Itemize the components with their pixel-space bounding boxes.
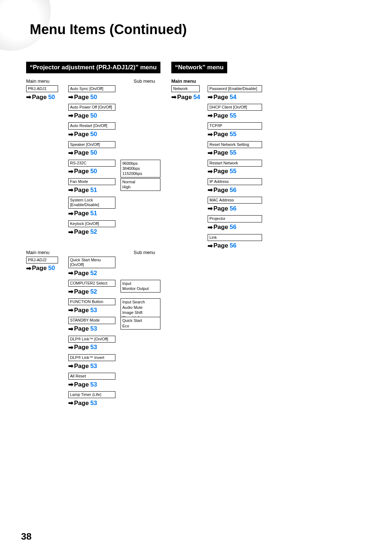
menu-item-row: Quick Start Menu [On/Off]➡Page52: [68, 257, 121, 277]
page-number-link: 50: [90, 112, 97, 119]
page-ref[interactable]: ➡Page50: [68, 93, 121, 101]
page-ref[interactable]: ➡Page53: [68, 344, 121, 351]
page-word: Page: [74, 381, 89, 388]
page-ref[interactable]: ➡Page52: [68, 228, 121, 236]
main-menu-label: Main menu: [171, 78, 213, 84]
page-ref[interactable]: ➡Page55: [208, 131, 266, 138]
menu-item-box: DHCP Client [On/Off]: [208, 104, 262, 111]
page-ref[interactable]: ➡ Page 50: [26, 93, 68, 101]
menu-item-box: Fan Mode: [68, 178, 115, 185]
labels-row-adj2: Main menu Sub menu: [26, 250, 160, 255]
menu-item-box: Auto Sync [On/Off]: [68, 85, 115, 92]
page-ref[interactable]: ➡Page53: [68, 399, 121, 407]
labels-row-adj1: Main menu Sub menu: [26, 78, 160, 84]
page-ref[interactable]: ➡Page52: [68, 288, 121, 295]
page-number-link: 52: [90, 270, 97, 277]
content-area: “Projector adjustment (PRJ-ADJ1/2)” menu…: [26, 62, 367, 410]
menu-item-box: Link: [208, 234, 262, 241]
page-word: Page: [213, 224, 228, 231]
adj2-tree: PRJ-ADJ2 ➡ Page 50 Quick Start Menu [On/…: [26, 257, 160, 410]
page-number-link: 50: [48, 94, 55, 101]
page-ref[interactable]: ➡Page50: [68, 112, 121, 119]
arrow-right-icon: ➡: [171, 93, 176, 101]
page-number-link: 55: [230, 112, 237, 119]
page-number-link: 53: [90, 325, 97, 332]
menu-item-box: DLP® Link™ [On/Off]: [68, 336, 115, 343]
menu-item-row: Restart Network➡Page55: [208, 160, 266, 175]
arrow-right-icon: ➡: [68, 362, 73, 370]
page-number-link: 54: [230, 94, 237, 101]
page-number-link: 53: [90, 344, 97, 351]
arrow-right-icon: ➡: [68, 186, 73, 194]
arrow-right-icon: ➡: [68, 325, 73, 333]
page-word: Page: [74, 168, 89, 175]
menu-item-box: MAC Address: [208, 197, 262, 204]
page-number-link: 53: [90, 307, 97, 314]
page-ref[interactable]: ➡Page53: [68, 325, 121, 333]
page-title: Menu Items (Continued): [30, 22, 187, 37]
arrow-right-icon: ➡: [68, 112, 73, 119]
page-number-link: 50: [90, 94, 97, 101]
page-word: Page: [213, 94, 228, 101]
page-ref[interactable]: ➡Page56: [208, 242, 266, 250]
sub-menu-label: Sub menu: [134, 78, 155, 84]
menu-item-box: TCP/IP: [208, 122, 262, 129]
menu-item-row: Link➡Page56: [208, 234, 266, 250]
page-word: Page: [74, 228, 89, 236]
menu-item-row: Auto Sync [On/Off]➡Page50: [68, 85, 121, 101]
page-ref[interactable]: ➡Page52: [68, 269, 121, 277]
arrow-right-icon: ➡: [68, 228, 73, 236]
menu-item-box: Projector: [208, 215, 262, 222]
page-number-link: 56: [230, 242, 237, 249]
menu-item-row: Speaker [On/Off]➡Page50: [68, 141, 121, 157]
page-ref[interactable]: ➡Page51: [68, 210, 121, 217]
menu-item-box: System Lock [Enable/Disable]: [68, 197, 115, 208]
page-word: Page: [32, 94, 47, 101]
page-number: 38: [21, 531, 32, 542]
page-ref[interactable]: ➡Page56: [208, 224, 266, 231]
page-ref[interactable]: ➡Page53: [68, 362, 121, 370]
page-ref[interactable]: ➡ Page 54: [171, 93, 208, 101]
page-ref[interactable]: ➡Page53: [68, 381, 121, 388]
page-ref[interactable]: ➡Page50: [68, 168, 121, 175]
page-word: Page: [74, 112, 89, 119]
page-ref[interactable]: ➡Page53: [68, 306, 121, 314]
page-word: Page: [74, 288, 89, 295]
page-ref[interactable]: ➡Page50: [68, 149, 121, 157]
page-ref[interactable]: ➡Page50: [68, 131, 121, 138]
page-ref[interactable]: ➡Page51: [68, 186, 121, 194]
menu-item-box: Quick Start Menu [On/Off]: [68, 257, 115, 268]
page-word: Page: [74, 131, 89, 138]
page-ref[interactable]: ➡Page56: [208, 186, 266, 194]
page-ref[interactable]: ➡Page56: [208, 205, 266, 212]
menu-item-row: TCP/IP➡Page55: [208, 122, 266, 138]
menu-item-row: Reset Network Setting➡Page55: [208, 141, 266, 157]
page-number-link: 55: [230, 131, 237, 138]
menu-item-box: Auto Power Off [On/Off]: [68, 104, 115, 111]
arrow-right-icon: ➡: [208, 149, 213, 157]
network-column: “Network” menu Main menu Network ➡ Page …: [171, 62, 284, 253]
menu-item-box: All Reset: [68, 373, 115, 380]
page-ref[interactable]: ➡Page54: [208, 93, 266, 101]
menu-item-box: Password [Enable/Disable]: [208, 85, 262, 92]
arrow-right-icon: ➡: [208, 131, 213, 138]
page-number-link: 56: [230, 205, 237, 212]
page-ref[interactable]: ➡Page55: [208, 149, 266, 157]
menu-item-box: IP Address: [208, 178, 262, 185]
menu-item-row: MAC Address➡Page56: [208, 197, 266, 212]
page-ref[interactable]: ➡Page55: [208, 168, 266, 175]
page-word: Page: [213, 205, 228, 212]
page-number-link: 51: [90, 210, 97, 217]
network-root-box: Network: [171, 85, 200, 92]
sub-menu-box: InputMonitor Output: [121, 280, 160, 293]
menu-item-row: Projector➡Page56: [208, 215, 266, 231]
arrow-right-icon: ➡: [68, 288, 73, 295]
page-ref[interactable]: ➡ Page 50: [26, 265, 68, 272]
page-ref[interactable]: ➡Page55: [208, 112, 266, 119]
page-word: Page: [177, 94, 192, 101]
page-number-link: 55: [230, 168, 237, 175]
page-word: Page: [74, 400, 89, 407]
menu-item-row: IP Address➡Page56: [208, 178, 266, 194]
menu-item-row: Password [Enable/Disable]➡Page54: [208, 85, 266, 101]
menu-item-row: RS-232C9600bps38400bps115200bps➡Page50: [68, 160, 121, 175]
